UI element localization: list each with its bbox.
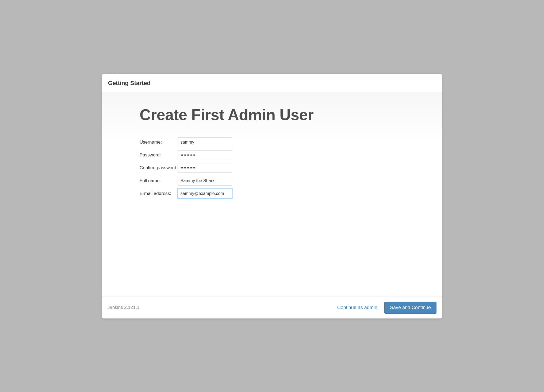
password-input[interactable] <box>178 150 232 160</box>
form-row-confirm-password: Confirm password: <box>140 163 232 173</box>
version-text: Jenkins 2.121.1 <box>108 305 139 310</box>
form-row-password: Password: <box>140 150 232 160</box>
setup-wizard: Getting Started Create First Admin User … <box>102 74 442 318</box>
save-and-continue-button[interactable]: Save and Continue <box>384 302 436 314</box>
form-row-username: Username: <box>140 137 232 147</box>
continue-as-admin-button[interactable]: Continue as admin <box>336 303 379 313</box>
wizard-header: Getting Started <box>102 74 442 92</box>
fullname-input[interactable] <box>178 176 232 186</box>
admin-user-form: Username: Password: Confirm password: Fu… <box>140 134 232 202</box>
username-input[interactable] <box>178 137 232 147</box>
form-row-email: E-mail address: <box>140 189 232 198</box>
email-label: E-mail address: <box>140 189 178 198</box>
email-input[interactable] <box>178 189 232 198</box>
wizard-body: Create First Admin User Username: Passwo… <box>102 92 442 297</box>
confirm-password-label: Confirm password: <box>140 163 178 173</box>
fullname-label: Full name: <box>140 176 178 186</box>
form-row-fullname: Full name: <box>140 176 232 186</box>
footer-actions: Continue as admin Save and Continue <box>336 302 436 314</box>
confirm-password-input[interactable] <box>178 163 232 173</box>
page-title: Create First Admin User <box>140 106 404 124</box>
password-label: Password: <box>140 150 178 160</box>
wizard-footer: Jenkins 2.121.1 Continue as admin Save a… <box>102 297 442 318</box>
username-label: Username: <box>140 137 178 147</box>
wizard-title: Getting Started <box>108 80 436 87</box>
